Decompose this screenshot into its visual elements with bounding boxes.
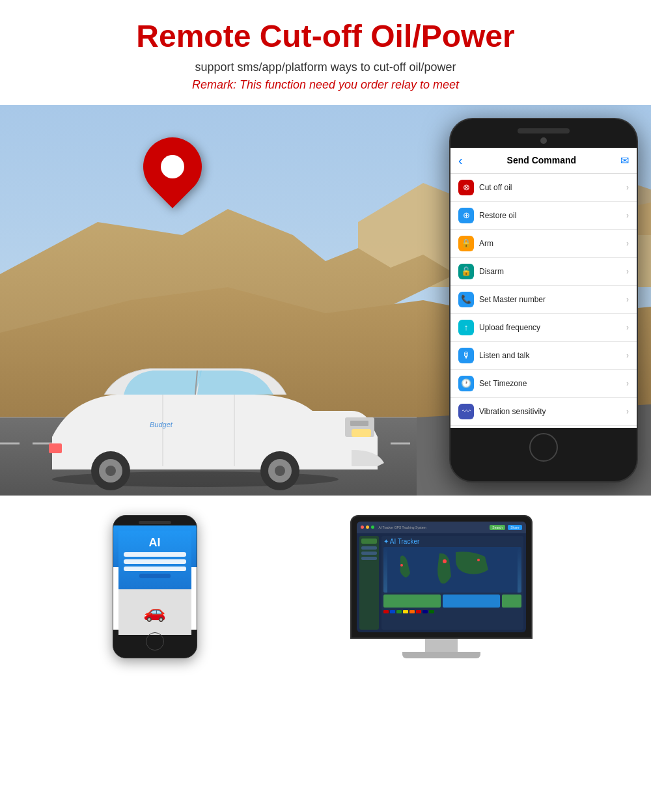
chevron-icon: › [626, 295, 629, 304]
menu-item-disarm[interactable]: 🔓 Disarm › [450, 258, 637, 286]
listen-talk-icon: 🎙 [458, 348, 474, 363]
chevron-icon: › [626, 351, 629, 360]
chevron-icon: › [626, 211, 629, 220]
chevron-icon: › [626, 239, 629, 248]
phone-camera [540, 137, 547, 144]
menu-item-restore-oil[interactable]: ⊕ Restore oil › [450, 202, 637, 230]
arm-icon: 🔒 [458, 236, 474, 251]
imac-screen-outer: AI Tracker GPS Tracking System Search Sh… [350, 515, 533, 639]
restore-oil-icon: ⊕ [458, 208, 474, 223]
command-menu-list: ⊗ Cut off oil › ⊕ Restore oil › 🔒 Arm › … [450, 174, 637, 428]
svg-point-29 [443, 559, 447, 563]
imac-content: ✦ AI Tracker [357, 533, 526, 632]
restore-oil-label: Restore oil [479, 211, 626, 220]
menu-item-reboot[interactable]: ↺ Reboot › [450, 426, 637, 428]
phone-screen: ‹ Send Command ✉ ⊗ Cut off oil › ⊕ Resto… [450, 148, 637, 428]
disarm-icon: 🔓 [458, 264, 474, 279]
back-icon[interactable]: ‹ [458, 153, 463, 168]
imac-main-area: ✦ AI Tracker [381, 536, 523, 630]
menu-item-timezone[interactable]: 🕐 Set Timezone › [450, 370, 637, 398]
stat-green [383, 595, 441, 608]
svg-text:Budget: Budget [150, 421, 173, 428]
chevron-icon: › [626, 407, 629, 416]
imac-stand-base [402, 652, 480, 658]
vibration-label: Vibration sensitivity [479, 407, 626, 416]
chevron-icon: › [626, 267, 629, 276]
subtitle: support sms/app/platform ways to cut-off… [13, 61, 638, 74]
svg-rect-20 [49, 443, 62, 453]
max-dot [371, 525, 374, 529]
imac-stand-neck [425, 639, 458, 652]
remark-text: Remark: This function need you order rel… [13, 78, 638, 92]
chevron-icon: › [626, 183, 629, 192]
message-icon[interactable]: ✉ [620, 154, 629, 167]
imac-topbar: AI Tracker GPS Tracking System Search Sh… [357, 522, 526, 533]
menu-item-arm[interactable]: 🔒 Arm › [450, 230, 637, 258]
flags-row [383, 610, 521, 613]
small-phone-mockup: AI 🚗 [113, 515, 197, 658]
gps-pin [143, 137, 202, 209]
imac-mockup: AI Tracker GPS Tracking System Search Sh… [344, 515, 539, 658]
imac-btn2[interactable]: Share [508, 525, 521, 530]
imac-map [383, 547, 521, 593]
hero-section: הַשַּׁעַר גְּמוּר [0, 105, 651, 496]
phone-hero-mockup: ‹ Send Command ✉ ⊗ Cut off oil › ⊕ Resto… [449, 118, 638, 483]
stat-confirm [502, 595, 521, 608]
upload-freq-label: Upload frequency [479, 323, 626, 332]
bottom-section: AI 🚗 AI Tracker GPS Tracking System [0, 496, 651, 684]
cut-oil-icon: ⊗ [458, 180, 474, 195]
world-map-svg [383, 547, 521, 593]
svg-point-23 [105, 466, 116, 476]
svg-rect-18 [350, 421, 368, 426]
screen-header: ‹ Send Command ✉ [450, 148, 637, 174]
chevron-icon: › [626, 379, 629, 388]
imac-screen-inner: AI Tracker GPS Tracking System Search Sh… [357, 522, 526, 632]
svg-rect-19 [352, 429, 371, 437]
small-home-btn[interactable] [146, 632, 164, 651]
svg-point-31 [400, 564, 403, 567]
small-phone-car-area: 🚗 [118, 589, 191, 635]
header-section: Remote Cut-off Oil/Power support sms/app… [0, 0, 651, 105]
menu-item-set-master[interactable]: 📞 Set Master number › [450, 286, 637, 314]
upload-freq-icon: ↑ [458, 320, 474, 335]
small-phone-app-name: AI [124, 536, 186, 550]
set-master-label: Set Master number [479, 295, 626, 304]
min-dot [366, 525, 369, 529]
stat-blue [443, 595, 500, 608]
imac-btn1[interactable]: Search [490, 525, 505, 530]
phone-speaker [518, 128, 570, 133]
cut-oil-label: Cut off oil [479, 183, 626, 192]
small-speaker [139, 521, 171, 524]
disarm-label: Disarm [479, 267, 626, 276]
menu-item-vibration[interactable]: 〰 Vibration sensitivity › [450, 398, 637, 426]
vibration-icon: 〰 [458, 404, 474, 419]
set-master-icon: 📞 [458, 292, 474, 307]
small-phone-screen: AI 🚗 [113, 525, 197, 630]
listen-talk-label: Listen and talk [479, 351, 626, 360]
imac-gps-label: ✦ AI Tracker [383, 538, 521, 545]
timezone-label: Set Timezone [479, 379, 626, 388]
main-title: Remote Cut-off Oil/Power [13, 20, 638, 54]
arm-label: Arm [479, 239, 626, 248]
imac-sidebar [359, 536, 379, 630]
menu-item-cut-oil[interactable]: ⊗ Cut off oil › [450, 174, 637, 202]
menu-item-upload-freq[interactable]: ↑ Upload frequency › [450, 314, 637, 342]
screen-title: Send Command [507, 155, 577, 165]
home-button[interactable] [529, 433, 558, 462]
timezone-icon: 🕐 [458, 376, 474, 391]
chevron-icon: › [626, 323, 629, 332]
svg-point-30 [477, 559, 480, 561]
menu-item-listen-talk[interactable]: 🎙 Listen and talk › [450, 342, 637, 370]
svg-point-26 [275, 466, 285, 476]
imac-stats [383, 595, 521, 608]
close-dot [361, 525, 364, 529]
imac-app-title: AI Tracker GPS Tracking System [379, 525, 426, 529]
